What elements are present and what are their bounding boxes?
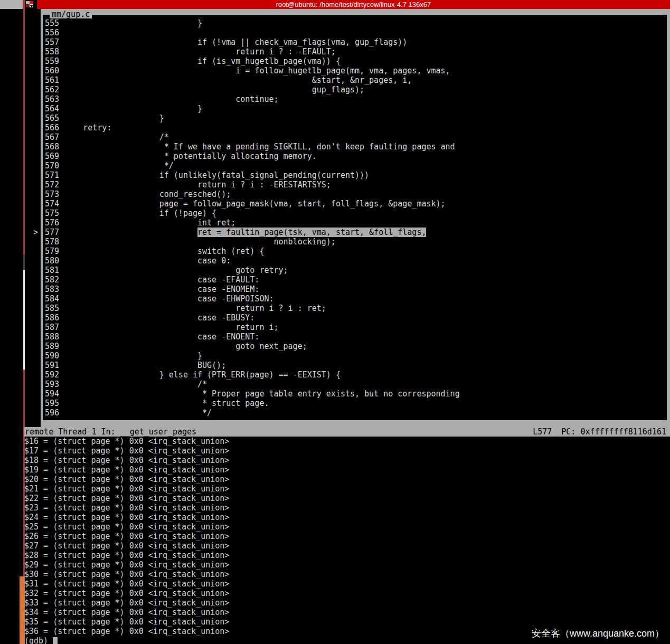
console-line: $23 = (struct page *) 0x0 <irq_stack_uni… <box>24 503 229 513</box>
source-line: 579 switch (ret) { <box>45 247 460 256</box>
scrollbar-segment-gap[interactable] <box>23 254 25 270</box>
console-line: $31 = (struct page *) 0x0 <irq_stack_uni… <box>24 579 229 589</box>
gdb-console-output: $16 = (struct page *) 0x0 <irq_stack_uni… <box>24 437 229 636</box>
console-line: $33 = (struct page *) 0x0 <irq_stack_uni… <box>24 598 229 608</box>
console-line: $29 = (struct page *) 0x0 <irq_stack_uni… <box>24 560 229 570</box>
icon-quadrant <box>26 4 30 7</box>
console-line: $18 = (struct page *) 0x0 <irq_stack_uni… <box>24 456 229 465</box>
source-line: 582 case -EFAULT: <box>45 275 460 285</box>
console-line: $21 = (struct page *) 0x0 <irq_stack_uni… <box>24 484 229 494</box>
gdb-prompt-row[interactable]: (gdb) <box>24 636 58 644</box>
source-line: 586 case -EBUSY: <box>45 313 460 323</box>
source-line: 570 */ <box>45 161 460 171</box>
source-line: 587 return i; <box>45 323 460 332</box>
console-line: $30 = (struct page *) 0x0 <irq_stack_uni… <box>24 570 229 579</box>
text-cursor <box>53 637 58 644</box>
current-line-marker: > <box>33 228 43 237</box>
source-line: 577 ret = faultin_page(tsk, vma, start, … <box>45 228 460 237</box>
console-line: $16 = (struct page *) 0x0 <irq_stack_uni… <box>24 437 229 446</box>
source-line: 559 if (is_vm_hugetlb_page(vma)) { <box>45 56 460 66</box>
console-line: $26 = (struct page *) 0x0 <irq_stack_uni… <box>24 532 229 541</box>
frame-border-bottom <box>43 419 667 420</box>
source-line: 571 if (unlikely(fatal_signal_pending(cu… <box>45 171 460 180</box>
source-line-number: 577 <box>45 228 197 237</box>
dropdown-arrow-icon <box>30 5 33 7</box>
console-line: $35 = (struct page *) 0x0 <irq_stack_uni… <box>24 617 229 627</box>
source-line: 578 nonblocking); <box>45 237 460 247</box>
status-thread-info: remote Thread 1 In: __get_user_pages <box>24 427 196 437</box>
source-file-title: mm/gup.c <box>50 10 92 18</box>
source-line: 584 case -EHWPOISON: <box>45 294 460 304</box>
console-line: $25 = (struct page *) 0x0 <irq_stack_uni… <box>24 522 229 532</box>
console-line: $32 = (struct page *) 0x0 <irq_stack_uni… <box>24 589 229 598</box>
terminal-window: root@ubuntu: /home/test/dirtycow/linux-4… <box>0 0 670 644</box>
source-line: 562 gup_flags); <box>45 85 460 94</box>
window-title: root@ubuntu: /home/test/dirtycow/linux-4… <box>37 0 670 9</box>
source-line: 590 } <box>45 351 460 361</box>
source-line: 560 i = follow_hugetlb_page(mm, vma, pag… <box>45 66 460 75</box>
scrollbar-segment-top[interactable] <box>23 0 25 254</box>
status-line-pc: L577 PC: 0xffffffff8116d161 <box>533 427 670 437</box>
gdb-status-bar: remote Thread 1 In: __get_user_pages L57… <box>24 427 670 437</box>
source-line: 593 /* <box>45 380 460 389</box>
source-line: 567 /* <box>45 132 460 142</box>
source-line: 592 } else if (PTR_ERR(page) == -EEXIST)… <box>45 370 460 380</box>
source-line: 566 retry: <box>45 123 460 132</box>
source-line: 581 goto retry; <box>45 266 460 275</box>
frame-border-left <box>43 15 44 420</box>
titlebar-corner <box>0 0 23 9</box>
source-line: 573 cond_resched(); <box>45 190 460 199</box>
source-line: 596 */ <box>45 408 460 418</box>
source-line: 556 <box>45 28 460 37</box>
source-line: 576 int ret; <box>45 218 460 228</box>
source-line: 574 page = follow_page_mask(vma, start, … <box>45 199 460 209</box>
console-line: $22 = (struct page *) 0x0 <irq_stack_uni… <box>24 494 229 503</box>
watermark: 安全客（www.anquanke.com） <box>532 627 664 640</box>
console-line: $34 = (struct page *) 0x0 <irq_stack_uni… <box>24 608 229 617</box>
frame-border-top <box>43 15 667 16</box>
source-line: 557 if (!vma || check_vma_flags(vma, gup… <box>45 37 460 47</box>
source-line: 575 if (!page) { <box>45 209 460 218</box>
console-line: $20 = (struct page *) 0x0 <irq_stack_uni… <box>24 475 229 484</box>
window-menu-icon[interactable] <box>26 1 34 8</box>
source-lines: 555 }556557 if (!vma || check_vma_flags(… <box>45 18 460 418</box>
source-line: 555 } <box>45 18 460 28</box>
gdb-prompt: (gdb) <box>24 636 53 644</box>
source-line: 591 BUG(); <box>45 361 460 370</box>
console-line: $36 = (struct page *) 0x0 <irq_stack_uni… <box>24 627 229 636</box>
source-line: 585 return i ? i : ret; <box>45 304 460 313</box>
window-title-bar[interactable]: root@ubuntu: /home/test/dirtycow/linux-4… <box>0 0 670 9</box>
frame-border-right <box>666 15 667 420</box>
source-line: 595 * struct page. <box>45 399 460 408</box>
console-line: $28 = (struct page *) 0x0 <irq_stack_uni… <box>24 551 229 560</box>
console-line: $27 = (struct page *) 0x0 <irq_stack_uni… <box>24 541 229 551</box>
source-line: 583 case -ENOMEM: <box>45 285 460 294</box>
highlighted-source-code: ret = faultin_page(tsk, vma, start, &fol… <box>197 228 426 237</box>
source-line: 569 * potentially allocating memory. <box>45 151 460 161</box>
source-line: 565 } <box>45 113 460 123</box>
source-line: 564 } <box>45 104 460 113</box>
source-line: 563 continue; <box>45 94 460 104</box>
source-line: 558 return i ? : -EFAULT; <box>45 47 460 56</box>
console-line: $17 = (struct page *) 0x0 <irq_stack_uni… <box>24 446 229 456</box>
source-line: 568 * If we have a pending SIGKILL, don'… <box>45 142 460 151</box>
scrollbar-thumb[interactable] <box>23 270 25 370</box>
source-line: 572 return i ? i : -ERESTARTSYS; <box>45 180 460 190</box>
source-line: 588 case -ENOENT: <box>45 332 460 342</box>
source-line: 594 * Proper page table entry exists, bu… <box>45 389 460 399</box>
console-line: $19 = (struct page *) 0x0 <irq_stack_uni… <box>24 465 229 475</box>
source-line: 589 goto next_page; <box>45 342 460 351</box>
console-line: $24 = (struct page *) 0x0 <irq_stack_uni… <box>24 513 229 522</box>
source-line: 561 &start, &nr_pages, i, <box>45 75 460 85</box>
source-line: 580 case 0: <box>45 256 460 266</box>
